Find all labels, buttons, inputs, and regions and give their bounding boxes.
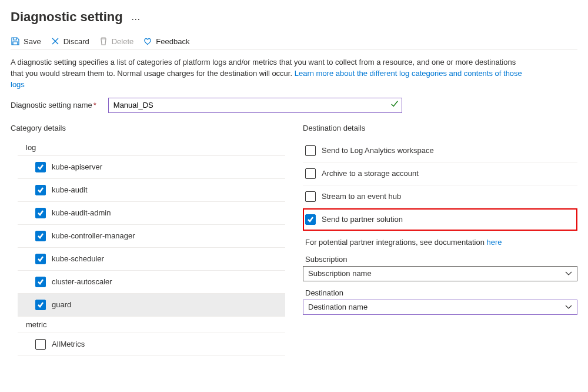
discard-label: Discard: [64, 37, 89, 46]
checkbox[interactable]: [305, 191, 316, 202]
destination-heading: Destination details: [303, 124, 577, 132]
checkbox[interactable]: [35, 254, 46, 264]
save-button[interactable]: Save: [11, 36, 41, 46]
more-icon[interactable]: …: [128, 12, 144, 22]
destination-option-row[interactable]: Send to partner solution: [303, 208, 577, 231]
metric-category-row[interactable]: AllMetrics: [18, 333, 285, 356]
subscription-select[interactable]: Subscription name: [303, 266, 577, 281]
feedback-button[interactable]: Feedback: [143, 36, 189, 46]
destination-option-label: Send to partner solution: [322, 215, 403, 224]
log-category-label: cluster-autoscaler: [52, 277, 112, 286]
destination-option-label: Archive to a storage account: [322, 169, 419, 178]
log-category-row[interactable]: kube-audit: [18, 179, 285, 202]
metric-group-heading: metric: [18, 317, 285, 333]
log-category-row[interactable]: guard: [18, 294, 285, 317]
log-category-row[interactable]: kube-controller-manager: [18, 225, 285, 248]
checkbox[interactable]: [305, 145, 316, 156]
log-category-row[interactable]: cluster-autoscaler: [18, 271, 285, 294]
log-category-label: kube-audit: [52, 185, 88, 194]
checkbox[interactable]: [35, 208, 46, 218]
log-category-label: guard: [52, 300, 71, 309]
partner-config: For potential partner integrations, see …: [303, 238, 577, 315]
metric-category-label: AllMetrics: [52, 340, 85, 348]
check-icon: [390, 100, 399, 110]
description: A diagnostic setting specifies a list of…: [11, 57, 528, 91]
category-details: Category details log kube-apiserverkube-…: [11, 124, 285, 356]
checkbox[interactable]: [35, 300, 46, 310]
partner-doc-link[interactable]: here: [487, 238, 502, 247]
partner-hint-text: For potential partner integrations, see …: [305, 238, 487, 247]
setting-name-label-text: Diagnostic setting name: [11, 101, 92, 109]
delete-button: Delete: [99, 36, 134, 46]
destination-option-row[interactable]: Archive to a storage account: [303, 162, 577, 185]
category-heading: Category details: [11, 124, 285, 132]
checkbox[interactable]: [305, 168, 316, 179]
log-category-label: kube-audit-admin: [52, 208, 111, 217]
destination-option-label: Stream to an event hub: [322, 192, 401, 201]
checkbox[interactable]: [35, 277, 46, 287]
log-category-label: kube-scheduler: [52, 254, 104, 263]
checkbox[interactable]: [35, 185, 46, 195]
close-icon: [51, 36, 60, 46]
destination-label: Destination: [305, 288, 577, 297]
destination-option-row[interactable]: Stream to an event hub: [303, 185, 577, 208]
subscription-label: Subscription: [305, 255, 577, 264]
checkbox[interactable]: [305, 214, 316, 225]
partner-hint: For potential partner integrations, see …: [305, 238, 577, 247]
destination-option-label: Send to Log Analytics workspace: [322, 146, 434, 155]
destination-details: Destination details Send to Log Analytic…: [303, 124, 577, 322]
toolbar: Save Discard Delete Feedback: [11, 36, 577, 50]
destination-option-row[interactable]: Send to Log Analytics workspace: [303, 139, 577, 162]
destination-value: Destination name: [308, 303, 368, 311]
log-category-label: kube-apiserver: [52, 162, 102, 171]
subscription-value: Subscription name: [308, 269, 372, 278]
log-group-heading: log: [18, 139, 285, 156]
log-category-label: kube-controller-manager: [52, 231, 135, 240]
setting-name-input[interactable]: [108, 98, 402, 113]
setting-name-label: Diagnostic setting name*: [11, 101, 96, 109]
required-star: *: [93, 101, 96, 109]
checkbox[interactable]: [35, 162, 46, 172]
checkbox[interactable]: [35, 339, 46, 350]
log-category-row[interactable]: kube-scheduler: [18, 248, 285, 271]
trash-icon: [99, 36, 108, 46]
save-label: Save: [24, 37, 41, 46]
feedback-label: Feedback: [156, 37, 189, 46]
delete-label: Delete: [112, 37, 134, 46]
chevron-down-icon: [565, 270, 572, 277]
log-category-row[interactable]: kube-audit-admin: [18, 202, 285, 225]
discard-button[interactable]: Discard: [51, 36, 89, 46]
destination-select[interactable]: Destination name: [303, 300, 577, 315]
chevron-down-icon: [565, 304, 572, 311]
heart-icon: [143, 36, 152, 46]
checkbox[interactable]: [35, 231, 46, 241]
log-category-row[interactable]: kube-apiserver: [18, 156, 285, 179]
save-icon: [11, 36, 20, 46]
page-title: Diagnostic setting: [11, 9, 123, 25]
